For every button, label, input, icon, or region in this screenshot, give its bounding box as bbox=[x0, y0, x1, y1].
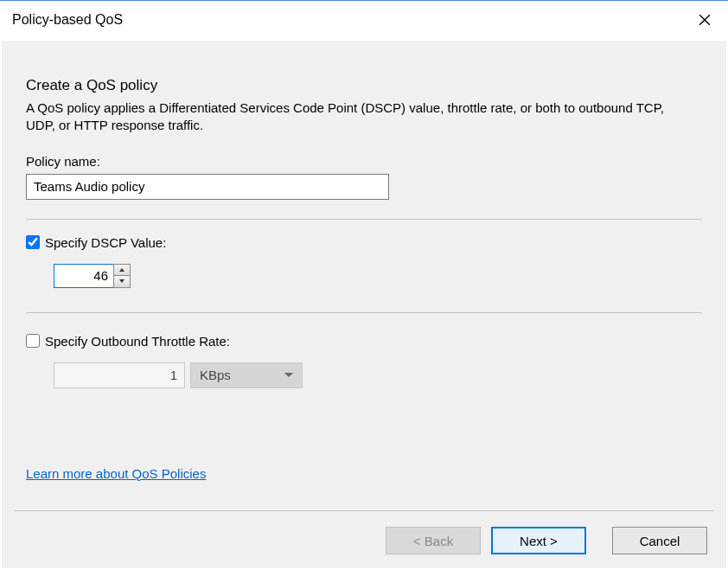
chevron-down-icon bbox=[119, 279, 125, 283]
dscp-checkbox-label: Specify DSCP Value: bbox=[45, 235, 166, 250]
throttle-unit-label: KBps bbox=[200, 368, 231, 382]
cancel-button[interactable]: Cancel bbox=[612, 527, 707, 554]
qos-wizard-window: Policy-based QoS Create a QoS policy A Q… bbox=[0, 0, 728, 570]
back-button: < Back bbox=[386, 527, 481, 554]
dscp-value-control bbox=[26, 264, 702, 288]
throttle-checkbox[interactable] bbox=[26, 334, 40, 348]
window-title: Policy-based QoS bbox=[12, 12, 685, 28]
dscp-value-input[interactable] bbox=[54, 264, 114, 288]
throttle-checkbox-row[interactable]: Specify Outbound Throttle Rate: bbox=[26, 334, 702, 349]
page-heading: Create a QoS policy bbox=[26, 77, 702, 94]
learn-more-link[interactable]: Learn more about QoS Policies bbox=[26, 466, 206, 481]
close-icon bbox=[699, 14, 711, 26]
throttle-checkbox-label: Specify Outbound Throttle Rate: bbox=[45, 334, 230, 349]
throttle-value-control: KBps bbox=[26, 362, 702, 388]
chevron-down-icon bbox=[284, 373, 293, 377]
dscp-checkbox[interactable] bbox=[26, 235, 40, 249]
dscp-spinner bbox=[113, 264, 131, 288]
page-description: A QoS policy applies a Differentiated Se… bbox=[26, 99, 683, 135]
chevron-up-icon bbox=[119, 268, 125, 272]
client-area: Create a QoS policy A QoS policy applies… bbox=[2, 41, 726, 568]
content-area: Create a QoS policy A QoS policy applies… bbox=[2, 41, 726, 481]
separator bbox=[14, 510, 714, 511]
dscp-spin-down[interactable] bbox=[113, 276, 131, 288]
dscp-checkbox-row[interactable]: Specify DSCP Value: bbox=[26, 235, 702, 250]
policy-name-input[interactable] bbox=[26, 174, 389, 200]
close-button[interactable] bbox=[685, 6, 725, 34]
wizard-footer: < Back Next > Cancel bbox=[386, 527, 707, 554]
policy-name-label: Policy name: bbox=[26, 154, 702, 169]
separator bbox=[26, 219, 702, 220]
throttle-unit-select: KBps bbox=[190, 362, 303, 388]
separator bbox=[26, 312, 702, 313]
dscp-spin-up[interactable] bbox=[113, 264, 131, 277]
titlebar: Policy-based QoS bbox=[0, 1, 728, 39]
throttle-value-input bbox=[54, 362, 185, 388]
next-button[interactable]: Next > bbox=[491, 527, 586, 554]
